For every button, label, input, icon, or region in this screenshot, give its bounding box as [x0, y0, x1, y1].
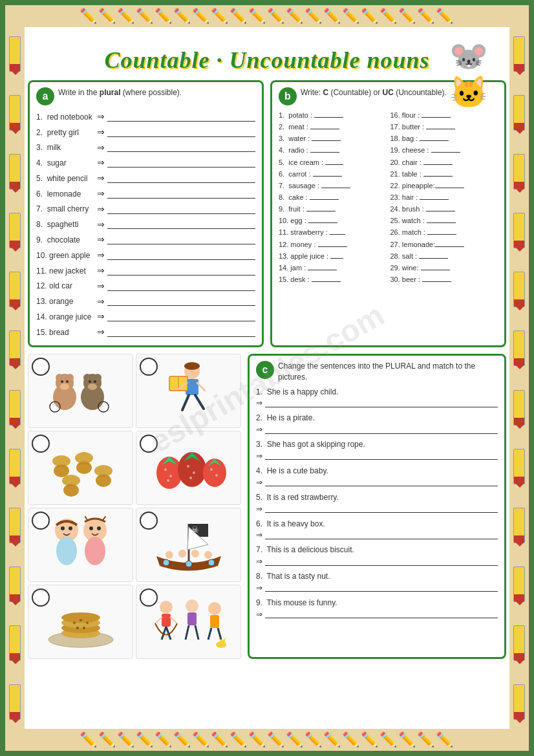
svg-point-44 [187, 465, 189, 468]
circle-answer [32, 589, 50, 607]
arrow-icon: ⇒ [256, 583, 262, 592]
list-item: 2. He is a pirate. ⇒ [256, 413, 498, 434]
arrow-icon: ⇒ [256, 425, 262, 434]
list-item: 18. bag : [390, 133, 498, 144]
pencil-icon [9, 154, 21, 189]
list-item: 15. desk : [279, 274, 387, 285]
pencil-icon [9, 213, 21, 248]
svg-point-24 [184, 362, 200, 370]
svg-point-58 [97, 526, 101, 530]
svg-point-4 [60, 383, 69, 390]
svg-point-89 [208, 602, 221, 615]
svg-point-29 [76, 461, 92, 474]
pencil-icon [9, 508, 21, 543]
top-sections: a Write in the plural (where possible). … [28, 80, 506, 347]
list-item: 11. new jacket ⇒ [36, 263, 255, 279]
list-item: 14. jam : [279, 262, 387, 274]
pencil-icon [9, 625, 21, 661]
image-cell-animals [28, 354, 133, 428]
list-item: 6. carrot : [279, 168, 387, 180]
sentence-text: 2. He is a pirate. [256, 413, 498, 424]
answer-line[interactable] [265, 610, 498, 618]
pencil-icon [513, 272, 525, 307]
section-c-header: c Change the sentences into the PLURAL a… [256, 361, 498, 383]
list-item: 13. apple juice : [279, 250, 387, 262]
arrow-icon: ⇒ [256, 504, 262, 513]
sentence-text: 7. This is a delicious biscuit. [256, 545, 498, 556]
list-item: 8. cake : [279, 191, 387, 203]
section-c-instruction: Change the sentences into the PLURAL and… [278, 361, 498, 383]
image-cell-nuts [28, 431, 133, 505]
list-item: 12. money : [279, 239, 387, 250]
answer-line[interactable] [265, 399, 498, 407]
pencil-icon [513, 330, 525, 366]
answer-line[interactable] [265, 583, 498, 592]
pencil-icon [513, 390, 525, 426]
bottom-section: ☠ [28, 354, 506, 659]
pencil-icon [9, 330, 21, 366]
svg-point-41 [167, 479, 169, 482]
section-a-list: 1. red notebook ⇒ 2. pretty girl ⇒ 3. mi… [36, 109, 255, 340]
answer-line[interactable] [265, 478, 498, 486]
svg-point-47 [203, 459, 226, 487]
list-item: 27. lemonade: [390, 239, 498, 250]
pencil-icon [9, 95, 21, 131]
section-b-col2: 16. flour : 17. butter : 18. bag : 19. c… [390, 109, 498, 285]
svg-point-79 [160, 601, 173, 614]
pencil-border-top: ✏️✏️✏️✏️✏️✏️✏️✏️✏️✏️✏️✏️✏️✏️✏️✏️✏️✏️✏️✏️ [5, 5, 529, 27]
circle-answer [32, 358, 50, 376]
section-a-letter: a [36, 87, 54, 105]
svg-point-40 [169, 475, 172, 477]
list-item: 9. fruit : [279, 203, 387, 215]
svg-point-85 [186, 599, 198, 612]
list-item: 20. chair : [390, 157, 498, 168]
answer-line[interactable] [265, 557, 498, 566]
pencil-icon [513, 508, 525, 543]
section-b-col1: 1. potato : 2. meat : 3. water : 4. radi… [279, 109, 387, 285]
svg-point-45 [193, 471, 195, 474]
image-cell-runner [136, 354, 241, 428]
list-item: 7. This is a delicious biscuit. ⇒ [256, 545, 498, 566]
svg-point-65 [204, 551, 212, 559]
answer-line[interactable] [265, 451, 498, 460]
pencil-border-bottom: ✏️✏️✏️✏️✏️✏️✏️✏️✏️✏️✏️✏️✏️✏️✏️✏️✏️✏️✏️✏️ [5, 729, 529, 751]
list-item: 15. bread ⇒ [36, 325, 255, 340]
svg-point-74 [73, 621, 76, 624]
answer-line[interactable] [265, 426, 498, 434]
arrow-icon: ⇒ [256, 398, 262, 407]
list-item: 2. meat : [279, 121, 387, 133]
list-item: 10. green apple ⇒ [36, 248, 255, 263]
image-cell-pirate: ☠ [136, 508, 241, 582]
pencil-icon [513, 213, 525, 248]
pencil-border-left [5, 5, 25, 751]
answer-line[interactable] [265, 504, 498, 513]
list-item: 5. It is a red strawberry. ⇒ [256, 492, 498, 513]
pencil-icon [9, 449, 21, 484]
sentence-text: 1. She is a happy child. [256, 387, 498, 398]
section-c: c Change the sentences into the PLURAL a… [248, 354, 506, 659]
list-item: 8. spaghetti ⇒ [36, 217, 255, 233]
list-item: 1. red notebook ⇒ [36, 109, 255, 125]
pencil-icon [9, 272, 21, 307]
svg-point-11 [88, 383, 97, 390]
circle-answer [140, 512, 158, 530]
svg-line-84 [170, 617, 177, 623]
svg-line-21 [195, 395, 204, 409]
svg-point-13 [94, 380, 96, 383]
list-item: 23. hair : [390, 191, 498, 203]
list-item: 14. orange juice ⇒ [36, 309, 255, 325]
svg-line-20 [182, 395, 189, 410]
svg-point-66 [163, 559, 169, 566]
answer-line[interactable] [265, 531, 498, 539]
list-item: 26. match : [390, 226, 498, 238]
section-b-instruction: Write: C (Countable) or UC (Uncountable)… [301, 87, 447, 98]
svg-line-92 [218, 628, 221, 640]
svg-line-87 [186, 625, 189, 640]
list-item: 1. She is a happy child. ⇒ [256, 387, 498, 408]
list-item: 29. wine: [390, 262, 498, 274]
svg-point-42 [178, 452, 206, 487]
list-item: 24. brush : [390, 203, 498, 215]
pencil-icon [9, 684, 21, 720]
sentence-text: 9. This mouse is funny. [256, 598, 498, 609]
svg-point-46 [189, 477, 192, 479]
